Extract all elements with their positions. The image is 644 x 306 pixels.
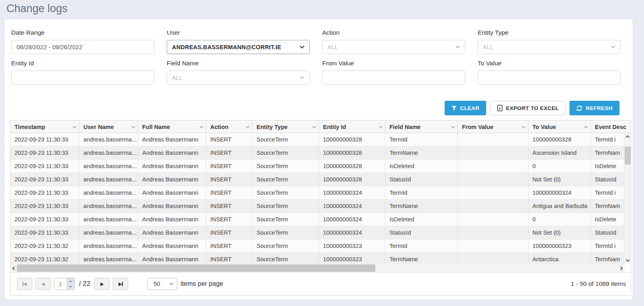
changelog-panel: Date Range User ANDREAS.BASSERMANN@CORRI… (4, 19, 633, 300)
column-header-from-value[interactable]: From Value (458, 121, 528, 133)
chevron-down-icon (300, 76, 304, 79)
items-per-page-label: items per page (180, 280, 223, 287)
table-cell: 2022-09-23 11:30:33 (10, 186, 79, 199)
entity-type-dropdown-value: ALL (483, 44, 611, 50)
table-row[interactable]: 2022-09-23 11:30:33andreas.basserma...An… (10, 133, 631, 146)
table-cell: 2022-09-23 11:30:33 (10, 173, 79, 186)
table-cell: SourceTerm (253, 253, 319, 264)
scroll-up-arrow[interactable] (624, 133, 631, 140)
table-cell: Not Set (0) (528, 173, 591, 186)
from-value-field: From Value (322, 60, 465, 85)
column-menu-chevron-icon[interactable] (312, 126, 316, 128)
spinner-up-icon (69, 280, 72, 283)
table-row[interactable]: 2022-09-23 11:30:33andreas.basserma...An… (10, 173, 631, 186)
column-menu-chevron-icon[interactable] (379, 126, 383, 128)
column-menu-chevron-icon[interactable] (131, 126, 135, 128)
table-cell: Antigua and Barbuda (528, 200, 591, 212)
scroll-right-arrow[interactable] (618, 264, 625, 272)
table-cell: INSERT (206, 133, 253, 146)
table-row[interactable]: 2022-09-23 11:30:33andreas.basserma...An… (10, 186, 631, 200)
column-menu-chevron-icon[interactable] (584, 126, 588, 128)
table-cell: 100000000328 (319, 146, 385, 159)
table-cell: andreas.basserma... (79, 253, 138, 264)
column-menu-chevron-icon[interactable] (199, 126, 203, 128)
table-cell: 2022-09-23 11:30:32 (10, 253, 79, 264)
table-row[interactable]: 2022-09-23 11:30:32andreas.basserma...An… (10, 253, 631, 264)
table-row[interactable]: 2022-09-23 11:30:33andreas.basserma...An… (10, 160, 631, 173)
table-cell: INSERT (206, 239, 253, 252)
table-cell: INSERT (206, 200, 253, 212)
entity-id-input[interactable] (11, 71, 154, 85)
page-size-select[interactable]: 50 (147, 278, 177, 290)
table-row[interactable]: 2022-09-23 11:30:33andreas.basserma...An… (10, 226, 631, 239)
horizontal-scrollbar-thumb[interactable] (17, 264, 375, 272)
export-to-excel-button[interactable]: x EXPORT TO EXCEL (490, 101, 565, 115)
column-menu-chevron-icon[interactable] (451, 126, 455, 128)
column-header-user-name[interactable]: User Name (79, 121, 138, 133)
table-row[interactable]: 2022-09-23 11:30:33andreas.basserma...An… (10, 213, 631, 226)
column-header-entity-id[interactable]: Entity Id (319, 121, 385, 133)
table-cell: 100000000324 (528, 186, 591, 199)
horizontal-scrollbar[interactable] (10, 264, 625, 272)
page-number-input[interactable] (54, 278, 66, 289)
page-title: Change logs (6, 2, 68, 15)
table-cell (458, 239, 528, 252)
table-cell: 0 (528, 160, 591, 173)
table-cell: 100000000324 (319, 213, 385, 226)
table-cell: 100000000328 (319, 160, 385, 173)
to-value-label: To Value (478, 60, 621, 67)
table-cell: 100000000324 (319, 186, 385, 199)
column-header-action[interactable]: Action (206, 121, 253, 133)
page-number-spinner[interactable] (66, 278, 75, 289)
entity-type-dropdown[interactable]: ALL (478, 40, 621, 54)
table-row[interactable]: 2022-09-23 11:30:33andreas.basserma...An… (10, 146, 631, 160)
chevron-down-icon (170, 283, 174, 285)
table-cell: 100000000323 (319, 253, 385, 264)
scroll-down-arrow[interactable] (624, 257, 631, 264)
column-header-event-desc[interactable]: Event Desc (591, 121, 631, 133)
table-cell: SourceTerm (253, 146, 319, 159)
column-header-field-name[interactable]: Field Name (385, 121, 458, 133)
table-row[interactable]: 2022-09-23 11:30:32andreas.basserma...An… (10, 239, 631, 253)
table-cell: andreas.basserma... (79, 186, 138, 199)
entity-id-label: Entity Id (11, 60, 154, 67)
scroll-left-arrow[interactable] (10, 264, 17, 272)
user-dropdown[interactable]: ANDREAS.BASSERMANN@CORRIT.IE (167, 40, 310, 54)
column-header-label: Event Desc (595, 124, 629, 130)
column-header-entity-type[interactable]: Entity Type (253, 121, 319, 133)
column-header-full-name[interactable]: Full Name (138, 121, 206, 133)
excel-file-icon: x (497, 105, 503, 111)
column-menu-chevron-icon[interactable] (72, 126, 77, 128)
field-name-dropdown[interactable]: ALL (167, 71, 310, 85)
grid-header-row: TimestampUser NameFull NameActionEntity … (10, 121, 631, 133)
column-header-to-value[interactable]: To Value (528, 121, 591, 133)
previous-page-button[interactable]: ◀ (35, 278, 51, 290)
to-value-input[interactable] (478, 71, 621, 85)
export-button-label: EXPORT TO EXCEL (506, 105, 559, 111)
table-cell (458, 186, 528, 199)
entity-type-label: Entity Type (478, 29, 621, 36)
from-value-input[interactable] (322, 71, 465, 85)
refresh-button[interactable]: REFRESH (569, 101, 619, 115)
changelog-grid: TimestampUser NameFull NameActionEntity … (10, 120, 631, 296)
last-page-button[interactable]: ▶ (113, 278, 128, 290)
clear-button[interactable]: CLEAR (445, 101, 486, 115)
field-name-field: Field Name ALL (167, 60, 310, 85)
chevron-down-icon (456, 46, 460, 48)
table-row[interactable]: 2022-09-23 11:30:33andreas.basserma...An… (10, 200, 631, 213)
vertical-scrollbar-thumb[interactable] (625, 147, 631, 164)
table-cell: andreas.basserma... (79, 213, 138, 226)
next-page-button[interactable]: ▶ (94, 278, 110, 290)
toolbar: CLEAR x EXPORT TO EXCEL REFRESH (445, 101, 619, 115)
table-cell: IsDeleted (385, 160, 458, 173)
table-cell: INSERT (206, 226, 253, 239)
column-header-timestamp[interactable]: Timestamp (10, 121, 79, 133)
first-page-button[interactable]: ◀ (17, 278, 32, 290)
date-range-input[interactable] (11, 40, 154, 54)
vertical-scrollbar[interactable] (624, 133, 631, 264)
table-cell: andreas.basserma... (79, 226, 138, 239)
action-dropdown[interactable]: ALL (322, 40, 465, 54)
table-cell: andreas.basserma... (79, 133, 138, 146)
column-menu-chevron-icon[interactable] (522, 126, 526, 128)
column-menu-chevron-icon[interactable] (246, 126, 250, 128)
